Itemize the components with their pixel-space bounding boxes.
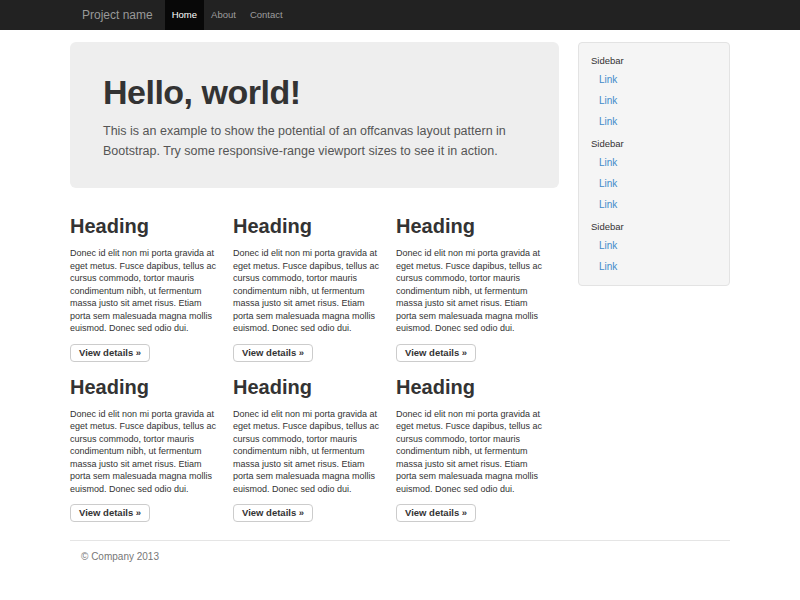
cards-row-2: HeadingDonec id elit non mi porta gravid… [70,375,559,523]
card: HeadingDonec id elit non mi porta gravid… [233,375,385,523]
navbar: Project name HomeAboutContact [0,0,800,30]
view-details-button[interactable]: View details » [233,344,313,362]
main-row: Hello, world! This is an example to show… [70,42,730,522]
view-details-button[interactable]: View details » [396,504,476,522]
jumbotron-description: This is an example to show the potential… [103,122,526,161]
card: HeadingDonec id elit non mi porta gravid… [396,375,548,523]
sidebar-link-3-2[interactable]: Link [579,256,729,277]
card-heading: Heading [233,214,385,238]
card-heading: Heading [233,375,385,399]
card-body-text: Donec id elit non mi porta gravida at eg… [233,408,385,496]
sidebar-link-2-2[interactable]: Link [579,173,729,194]
card-body-text: Donec id elit non mi porta gravida at eg… [70,408,222,496]
card-body-text: Donec id elit non mi porta gravida at eg… [396,408,548,496]
sidebar-link-1-1[interactable]: Link [579,69,729,90]
cards-grid: HeadingDonec id elit non mi porta gravid… [70,214,559,522]
view-details-button[interactable]: View details » [70,504,150,522]
card-heading: Heading [70,214,222,238]
card-body-text: Donec id elit non mi porta gravida at eg… [233,247,385,335]
sidebar-group-heading: Sidebar [591,137,717,150]
page-title: Hello, world! [103,72,526,112]
card: HeadingDonec id elit non mi porta gravid… [70,375,222,523]
navbar-brand[interactable]: Project name [70,0,165,30]
nav-item-about[interactable]: About [204,0,243,30]
view-details-button[interactable]: View details » [396,344,476,362]
card-heading: Heading [396,375,548,399]
navbar-container: Project name HomeAboutContact [70,0,730,30]
sidebar-link-1-3[interactable]: Link [579,111,729,132]
nav-item-contact[interactable]: Contact [243,0,290,30]
card: HeadingDonec id elit non mi porta gravid… [396,214,548,362]
content-column: Hello, world! This is an example to show… [70,42,559,522]
cards-row-1: HeadingDonec id elit non mi porta gravid… [70,214,559,362]
sidebar-link-2-3[interactable]: Link [579,194,729,215]
sidebar-link-2-1[interactable]: Link [579,152,729,173]
view-details-button[interactable]: View details » [70,344,150,362]
footer: © Company 2013 [70,540,730,562]
nav-item-home[interactable]: Home [165,0,204,30]
sidebar-column: SidebarLinkLinkLinkSidebarLinkLinkLinkSi… [578,42,730,522]
card-heading: Heading [70,375,222,399]
sidebar-link-1-2[interactable]: Link [579,90,729,111]
navbar-menu: HomeAboutContact [165,0,290,30]
card: HeadingDonec id elit non mi porta gravid… [70,214,222,362]
page-container: Hello, world! This is an example to show… [70,42,730,562]
view-details-button[interactable]: View details » [233,504,313,522]
card-body-text: Donec id elit non mi porta gravida at eg… [396,247,548,335]
sidebar-group-heading: Sidebar [591,220,717,233]
sidebar-panel: SidebarLinkLinkLinkSidebarLinkLinkLinkSi… [578,42,730,286]
sidebar-group-heading: Sidebar [591,54,717,67]
jumbotron: Hello, world! This is an example to show… [70,42,559,188]
card-heading: Heading [396,214,548,238]
card: HeadingDonec id elit non mi porta gravid… [233,214,385,362]
copyright-text: © Company 2013 [81,551,730,562]
card-body-text: Donec id elit non mi porta gravida at eg… [70,247,222,335]
sidebar-link-3-1[interactable]: Link [579,235,729,256]
